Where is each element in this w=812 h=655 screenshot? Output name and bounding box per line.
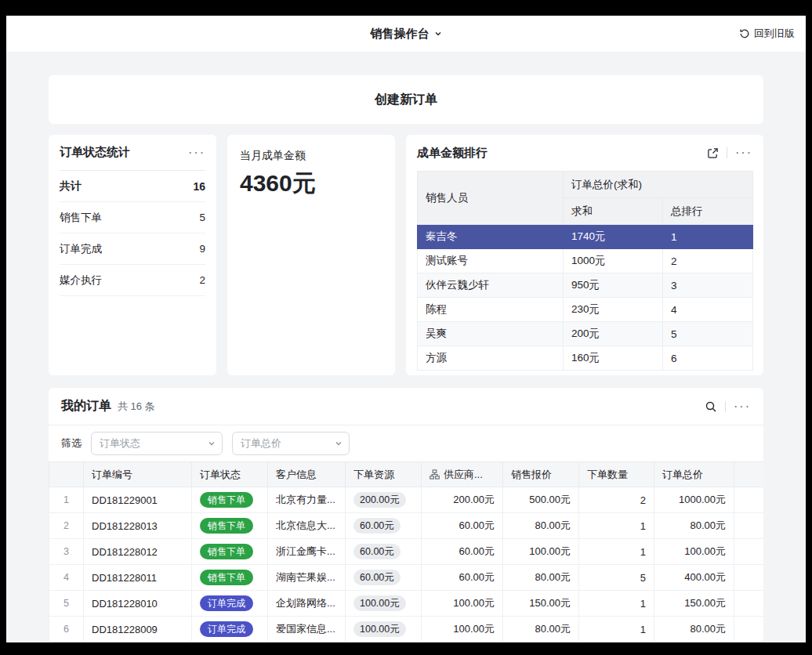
ranking-row[interactable]: 吴爽200元5 xyxy=(418,322,753,346)
ranking-sum: 1740元 xyxy=(564,225,663,249)
resource-chip: 200.00元 xyxy=(353,492,406,508)
divider xyxy=(725,401,726,412)
restore-icon xyxy=(739,28,750,39)
workspace-title-dropdown[interactable]: 销售操作台 xyxy=(371,27,442,42)
order-resource: 60.00元 xyxy=(346,565,422,591)
order-number: DD181228009 xyxy=(84,617,192,642)
col-resource[interactable]: 下单资源 xyxy=(346,462,422,487)
status-stat-value: 16 xyxy=(193,180,205,193)
create-order-button[interactable]: 创建新订单 xyxy=(49,75,763,124)
ranking-name: 秦吉冬 xyxy=(418,225,564,249)
ranking-sum: 230元 xyxy=(564,298,663,322)
ranking-row[interactable]: 陈程230元4 xyxy=(418,298,753,322)
col-order-status[interactable]: 订单状态 xyxy=(192,462,268,487)
order-number: DD181228010 xyxy=(84,591,192,617)
status-stat-label: 销售下单 xyxy=(60,211,102,225)
ranking-name: 测试账号 xyxy=(418,249,564,273)
status-stat-row[interactable]: 媒介执行2 xyxy=(60,265,205,296)
ranking-row[interactable]: 伙伴云魏少轩950元3 xyxy=(418,273,753,298)
order-quantity: 5 xyxy=(579,565,654,591)
order-row[interactable]: 3DD181228012销售下单浙江金鹰卡...60.00元60.00元100.… xyxy=(49,539,764,565)
order-extra-cell xyxy=(734,487,764,513)
status-stat-row[interactable]: 共计16 xyxy=(60,171,205,202)
more-icon[interactable]: ··· xyxy=(188,147,205,159)
order-row[interactable]: 1DD181229001销售下单北京有力量...200.00元200.00元50… xyxy=(49,487,764,513)
more-icon[interactable]: ··· xyxy=(735,147,752,159)
dashboard-content: 创建新订单 订单状态统计 ··· 共计16销售下单5订单完成9媒介执行2 当月成… xyxy=(6,52,806,642)
col-total[interactable]: 订单总价 xyxy=(654,462,734,487)
stats-cards-row: 订单状态统计 ··· 共计16销售下单5订单完成9媒介执行2 当月成单金额 43… xyxy=(49,135,763,375)
chevron-down-icon xyxy=(335,440,343,447)
my-orders-count: 共 16 条 xyxy=(118,400,155,414)
order-quantity: 1 xyxy=(579,617,654,642)
order-status-card-title: 订单状态统计 xyxy=(60,145,130,160)
my-orders-card: 我的订单 共 16 条 ··· 筛选 订单状态 xyxy=(49,388,763,642)
month-amount-card: 当月成单金额 4360元 xyxy=(227,135,395,375)
search-icon[interactable] xyxy=(705,400,717,413)
order-status: 订单完成 xyxy=(192,591,268,617)
order-customer: 北京有力量... xyxy=(268,487,346,513)
order-supplier-quote: 60.00元 xyxy=(422,565,503,591)
col-order-number[interactable]: 订单编号 xyxy=(84,462,192,487)
order-number: DD181228011 xyxy=(84,565,192,591)
month-amount-title: 当月成单金额 xyxy=(240,149,382,163)
app-window: 销售操作台 回到旧版 创建新订单 订单状态统计 ··· 共计16销售下单5订单完… xyxy=(6,16,806,642)
ranking-card-title: 成单金额排行 xyxy=(417,146,488,161)
col-quantity[interactable]: 下单数量 xyxy=(579,462,654,487)
status-stat-label: 媒介执行 xyxy=(60,273,102,288)
filter-row: 筛选 订单状态 订单总价 xyxy=(49,425,763,461)
order-resource: 60.00元 xyxy=(346,513,422,539)
open-in-new-icon[interactable] xyxy=(707,147,719,159)
ranking-sum: 1000元 xyxy=(564,249,663,273)
order-number: DD181229001 xyxy=(84,487,192,513)
status-badge: 订单完成 xyxy=(200,595,253,611)
top-bar: 销售操作台 回到旧版 xyxy=(6,16,806,52)
order-total-filter-select[interactable]: 订单总价 xyxy=(232,432,350,455)
status-stat-value: 9 xyxy=(199,243,205,255)
create-order-label: 创建新订单 xyxy=(375,92,437,108)
ranking-rank: 4 xyxy=(663,298,753,322)
col-customer[interactable]: 客户信息 xyxy=(268,462,346,487)
order-row[interactable]: 4DD181228011销售下单湖南芒果娱...60.00元60.00元80.0… xyxy=(49,565,764,591)
ranking-col-group: 订单总价(求和) xyxy=(564,172,753,198)
ranking-row[interactable]: 方源160元6 xyxy=(418,346,753,371)
ranking-card-header: 成单金额排行 ··· xyxy=(417,135,752,171)
order-row[interactable]: 5DD181228010订单完成企划路网络...100.00元100.00元15… xyxy=(49,591,764,617)
col-sales-quote[interactable]: 销售报价 xyxy=(503,462,579,487)
order-status-filter-select[interactable]: 订单状态 xyxy=(91,432,223,455)
resource-chip: 100.00元 xyxy=(353,595,406,612)
order-status: 销售下单 xyxy=(192,513,268,539)
status-stat-row[interactable]: 订单完成9 xyxy=(60,233,205,265)
ranking-name: 吴爽 xyxy=(418,322,564,346)
order-status: 销售下单 xyxy=(192,565,268,591)
my-orders-title: 我的订单 xyxy=(61,398,111,414)
chevron-down-icon xyxy=(208,440,216,447)
order-index: 4 xyxy=(49,565,84,591)
ranking-name: 伙伴云魏少轩 xyxy=(418,273,564,298)
order-number: DD181228013 xyxy=(84,513,192,539)
order-resource: 200.00元 xyxy=(346,487,422,513)
order-row[interactable]: 2DD181228013销售下单北京信息大...60.00元60.00元80.0… xyxy=(49,513,764,539)
back-label: 回到旧版 xyxy=(754,27,795,41)
ranking-sum: 950元 xyxy=(564,273,663,298)
order-quantity: 1 xyxy=(579,513,654,539)
order-total: 1000.00元 xyxy=(654,487,734,513)
order-total: 150.00元 xyxy=(654,591,734,617)
ranking-rank: 2 xyxy=(663,249,753,273)
ranking-row[interactable]: 测试账号1000元2 xyxy=(418,249,753,273)
col-supplier[interactable]: 供应商... xyxy=(422,462,503,487)
back-to-old-version-button[interactable]: 回到旧版 xyxy=(739,16,795,52)
order-row[interactable]: 6DD181228009订单完成爱国家信息...100.00元100.00元80… xyxy=(49,617,764,642)
status-stat-row[interactable]: 销售下单5 xyxy=(60,202,205,233)
ranking-rank: 6 xyxy=(663,346,753,371)
order-extra-cell xyxy=(734,539,764,565)
order-status-list: 共计16销售下单5订单完成9媒介执行2 xyxy=(60,171,205,296)
more-icon[interactable]: ··· xyxy=(734,400,751,413)
order-status-card: 订单状态统计 ··· 共计16销售下单5订单完成9媒介执行2 xyxy=(49,135,216,375)
ranking-row[interactable]: 秦吉冬1740元1 xyxy=(418,225,753,249)
order-customer: 爱国家信息... xyxy=(268,617,346,642)
ranking-card-actions: ··· xyxy=(707,147,752,159)
col-index xyxy=(49,462,84,487)
month-amount-value: 4360元 xyxy=(240,168,382,200)
order-resource: 100.00元 xyxy=(346,617,422,642)
